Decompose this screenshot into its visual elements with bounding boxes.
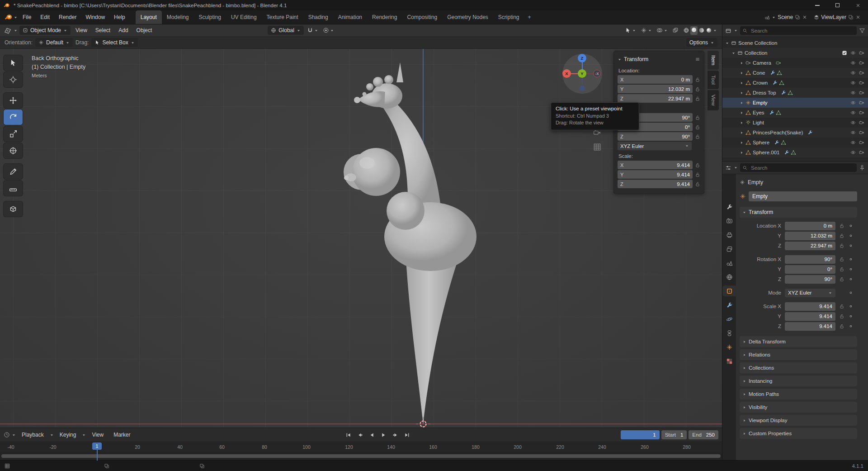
tab-render[interactable]	[723, 215, 735, 226]
lock-icon[interactable]	[695, 134, 700, 139]
keyframe-dot-icon[interactable]	[848, 257, 854, 262]
lock-icon[interactable]	[839, 304, 844, 309]
current-frame-field[interactable]: 1	[621, 430, 660, 439]
value-field[interactable]: 90°	[785, 275, 835, 284]
outliner-row-sphere[interactable]: Sphere	[722, 138, 868, 147]
lock-icon[interactable]	[695, 162, 700, 168]
outliner-row-sphere-001[interactable]: Sphere.001	[722, 147, 868, 157]
n-panel-header[interactable]: Transform	[618, 54, 700, 65]
location-y-field[interactable]: Y12.032 m	[618, 85, 693, 93]
disable-render-icon[interactable]	[859, 140, 864, 145]
item-label[interactable]: Sphere.001	[753, 150, 779, 155]
scale-y-field[interactable]: Y9.414	[618, 170, 693, 179]
lock-icon[interactable]	[839, 223, 844, 228]
keyframe-dot-icon[interactable]	[848, 314, 854, 319]
collection-checkbox[interactable]	[842, 50, 847, 56]
outliner-row-empty[interactable]: Empty	[722, 98, 868, 108]
wireframe-shading-icon[interactable]	[683, 27, 689, 33]
disable-render-icon[interactable]	[859, 100, 864, 105]
lock-icon[interactable]	[839, 243, 844, 248]
rotation-mode-dropdown[interactable]: XYZ Euler	[618, 142, 692, 150]
outliner-row-eyes[interactable]: Eyes	[722, 108, 868, 118]
location-z-field[interactable]: Z22.947 m	[618, 94, 693, 103]
play-reverse-button[interactable]	[367, 430, 377, 439]
jump-to-start-button[interactable]	[343, 430, 353, 439]
value-field[interactable]: 9.414	[785, 322, 835, 331]
section-instancing[interactable]: Instancing	[740, 376, 857, 386]
menu-help[interactable]: Help	[110, 12, 129, 22]
menu-file[interactable]: File	[19, 12, 35, 22]
tab-output[interactable]	[723, 229, 735, 240]
hide-viewport-icon[interactable]	[850, 90, 856, 95]
expand-icon[interactable]	[725, 41, 729, 45]
lock-icon[interactable]	[695, 115, 700, 120]
hide-viewport-icon[interactable]	[850, 70, 856, 76]
maximize-button[interactable]	[827, 0, 848, 10]
hide-viewport-icon[interactable]	[850, 80, 856, 86]
disable-render-icon[interactable]	[859, 80, 864, 86]
section-visibility[interactable]: Visibility	[740, 402, 857, 413]
editor-corner-icon[interactable]	[199, 463, 205, 469]
expand-icon[interactable]	[740, 81, 744, 85]
hide-viewport-icon[interactable]	[850, 110, 856, 115]
lock-icon[interactable]	[839, 276, 844, 282]
item-label[interactable]: Cone	[753, 70, 765, 76]
workspace-tab-modeling[interactable]: Modeling	[162, 10, 194, 24]
rotation-z-field[interactable]: Z90°	[618, 132, 693, 141]
section-collections[interactable]: Collections	[740, 362, 857, 373]
gizmo-x-axis[interactable]: X	[562, 69, 571, 78]
gizmo-negz-axis[interactable]	[580, 86, 585, 91]
expand-icon[interactable]	[740, 61, 744, 65]
item-label[interactable]: Crown	[753, 80, 768, 86]
xray-toggle[interactable]	[671, 26, 680, 34]
pin-icon[interactable]	[859, 165, 865, 171]
tab-view-layer[interactable]	[723, 243, 735, 254]
unlink-scene-icon[interactable]	[802, 14, 807, 20]
disable-render-icon[interactable]	[859, 70, 864, 76]
scene-selector[interactable]: Scene	[762, 13, 810, 22]
play-button[interactable]	[378, 430, 388, 439]
item-label[interactable]: Camera	[753, 60, 771, 66]
value-field[interactable]: 9.414	[785, 302, 835, 311]
properties-search-input[interactable]	[740, 163, 857, 172]
status-menu-icon[interactable]	[5, 463, 10, 469]
outliner-row-cone[interactable]: Cone	[722, 68, 868, 78]
ortho-grid-icon[interactable]	[593, 143, 601, 151]
add-workspace-button[interactable]: +	[524, 14, 535, 20]
menu-window[interactable]: Window	[81, 12, 109, 22]
workspace-tab-geometry-nodes[interactable]: Geometry Nodes	[442, 10, 493, 24]
workspace-tab-uv-editing[interactable]: UV Editing	[226, 10, 262, 24]
timeline-ruler[interactable]: -40 -20 0 20 40 60 80 100 120 140 160 18…	[0, 442, 722, 452]
overlays-toggle[interactable]	[655, 26, 669, 34]
scale-z-field[interactable]: Z9.414	[618, 180, 693, 188]
timeline-editor-icon[interactable]	[4, 432, 10, 438]
keyframe-dot-icon[interactable]	[848, 324, 854, 329]
close-button[interactable]	[848, 0, 868, 10]
disable-render-icon[interactable]	[859, 90, 864, 95]
solid-shading-icon[interactable]	[691, 27, 697, 33]
expand-icon[interactable]	[740, 111, 744, 115]
expand-icon[interactable]	[740, 131, 744, 135]
section-relations[interactable]: Relations	[740, 349, 857, 360]
tab-world[interactable]	[723, 271, 735, 282]
item-label[interactable]: Dress Top	[753, 90, 776, 95]
menu-playback[interactable]: Playback	[18, 430, 48, 440]
tool-move[interactable]	[4, 93, 23, 108]
hide-viewport-icon[interactable]	[850, 100, 856, 105]
lock-icon[interactable]	[695, 96, 700, 101]
item-label[interactable]: Collection	[745, 50, 768, 56]
sidebar-tab-view[interactable]: View	[708, 90, 719, 110]
gizmo-y-axis[interactable]: Y	[578, 69, 586, 78]
workspace-tab-layout[interactable]: Layout	[136, 10, 162, 24]
proportional-editing-toggle[interactable]	[321, 26, 335, 34]
location-x-field[interactable]: X0 m	[618, 75, 693, 84]
expand-icon[interactable]	[740, 141, 744, 145]
value-field[interactable]: 22.947 m	[785, 242, 835, 250]
item-label[interactable]: Sphere	[753, 140, 769, 145]
value-field[interactable]: 12.032 m	[785, 232, 835, 240]
section-viewport-display[interactable]: Viewport Display	[740, 415, 857, 426]
menu-add[interactable]: Add	[115, 26, 131, 35]
lock-icon[interactable]	[839, 233, 844, 238]
menu-marker[interactable]: Marker	[109, 430, 134, 440]
menu-select[interactable]: Select	[92, 26, 113, 35]
